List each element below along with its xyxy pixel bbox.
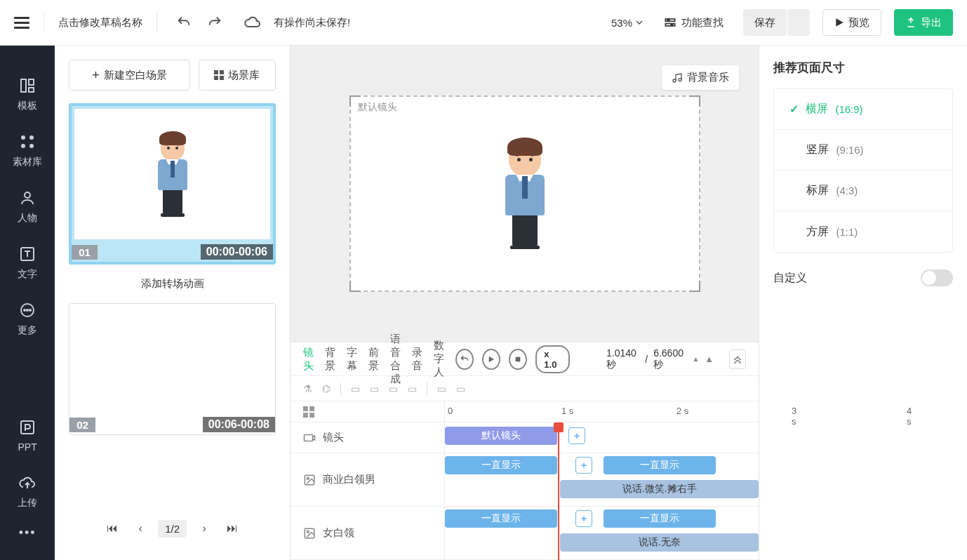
stop-icon[interactable] xyxy=(509,349,527,370)
panel-title: 推荐页面尺寸 xyxy=(773,60,953,76)
save-button[interactable]: 保存 xyxy=(743,9,787,36)
ratio-landscape[interactable]: ✓横屏(16:9) xyxy=(774,89,952,130)
export-button[interactable]: 导出 xyxy=(894,9,953,36)
undo-icon[interactable] xyxy=(171,10,196,35)
zoom-control[interactable]: 53% xyxy=(611,17,643,29)
timeline-tab-avatar[interactable]: 数字人 xyxy=(434,339,444,379)
scene-card-1[interactable]: 0100:00-00:06 xyxy=(69,103,276,265)
feature-search[interactable]: 功能查找 xyxy=(663,15,723,29)
corner-handle[interactable] xyxy=(349,281,361,292)
scenes-panel: +新建空白场景 场景库 0100:00-00:06 添加转场动画 0200:06… xyxy=(55,46,291,560)
svg-rect-21 xyxy=(220,76,224,80)
custom-label: 自定义 xyxy=(773,271,807,286)
new-blank-scene-button[interactable]: +新建空白场景 xyxy=(69,60,190,91)
play-icon[interactable] xyxy=(482,349,500,370)
playback-speed[interactable]: x 1.0 xyxy=(535,345,570,373)
tool-align-1-icon[interactable]: ▭ xyxy=(351,383,360,394)
time-ruler[interactable]: 0 1 s 2 s 3 s 4 s xyxy=(445,401,759,422)
svg-rect-4 xyxy=(21,79,26,92)
ratio-portrait[interactable]: 竖屏(9:16) xyxy=(774,130,952,171)
clip-default-shot[interactable]: 默认镜头 xyxy=(445,427,557,445)
pager-current: 1/2 xyxy=(158,520,187,538)
tool-align-2-icon[interactable]: ▭ xyxy=(370,383,379,394)
svg-point-23 xyxy=(679,78,681,81)
tool-align-3-icon[interactable]: ▭ xyxy=(389,383,398,394)
cloud-icon[interactable] xyxy=(240,10,265,35)
scene-library-button[interactable]: 场景库 xyxy=(199,60,276,91)
sidebar-ppt[interactable]: PPT xyxy=(0,408,55,464)
svg-rect-24 xyxy=(516,356,521,361)
svg-rect-28 xyxy=(309,413,314,418)
tool-align-4-icon[interactable]: ▭ xyxy=(408,383,417,394)
tool-group-icon[interactable]: ▭ xyxy=(437,383,446,394)
sidebar-template[interactable]: 模板 xyxy=(0,67,55,123)
pager-last-icon[interactable]: ⏭ xyxy=(222,518,243,539)
playhead[interactable] xyxy=(558,422,559,560)
check-icon: ✓ xyxy=(789,102,799,116)
clip-always-show[interactable]: 一直显示 xyxy=(445,456,557,474)
zoom-out-icon[interactable]: ▲ xyxy=(692,355,699,363)
add-clip-button[interactable]: + xyxy=(575,457,592,474)
unsaved-status: 有操作尚未保存! xyxy=(274,16,350,29)
character-on-canvas[interactable] xyxy=(497,141,553,246)
sidebar-library[interactable]: 素材库 xyxy=(0,123,55,179)
save-dropdown[interactable] xyxy=(787,9,810,36)
bgm-button[interactable]: 背景音乐 xyxy=(662,65,739,90)
sidebar-overflow[interactable]: ••• xyxy=(0,520,55,546)
timeline-tab-shot[interactable]: 镜头 xyxy=(303,346,314,373)
sidebar-text[interactable]: 文字 xyxy=(0,235,55,291)
pager-prev-icon[interactable]: ‹ xyxy=(130,518,151,539)
custom-toggle[interactable] xyxy=(921,269,953,286)
svg-point-16 xyxy=(29,309,31,311)
add-clip-button[interactable]: + xyxy=(575,510,592,527)
pager-next-icon[interactable]: › xyxy=(194,518,215,539)
clip-always-show[interactable]: 一直显示 xyxy=(603,456,716,474)
expand-icon[interactable] xyxy=(729,349,746,369)
tool-hierarchy-icon[interactable]: ⌬ xyxy=(322,383,331,394)
top-bar: 点击修改草稿名称 有操作尚未保存! 53% 功能查找 保存 预览 导出 xyxy=(0,0,967,46)
track-char1: 商业白领男 一直显示 + 一直显示 说话.微笑.摊右手 xyxy=(291,453,759,507)
tool-filter-icon[interactable]: ⚗ xyxy=(303,383,312,394)
ruler-head[interactable] xyxy=(291,401,445,422)
svg-rect-19 xyxy=(220,70,224,74)
right-panel: 推荐页面尺寸 ✓横屏(16:9) 竖屏(9:16) 标屏(4:3) 方屏(1:1… xyxy=(759,46,967,560)
scene-card-2[interactable]: 0200:06-00:08 xyxy=(69,303,276,435)
draft-title[interactable]: 点击修改草稿名称 xyxy=(58,16,142,29)
corner-handle[interactable] xyxy=(689,281,700,292)
pager-first-icon[interactable]: ⏮ xyxy=(102,518,123,539)
redo-icon[interactable] xyxy=(202,10,227,35)
ratio-square[interactable]: 方屏(1:1) xyxy=(774,211,952,252)
sidebar-character[interactable]: 人物 xyxy=(0,179,55,235)
svg-rect-5 xyxy=(29,79,34,85)
canvas-stage[interactable]: 默认镜头 xyxy=(349,95,700,292)
sidebar-upload[interactable]: 上传 xyxy=(0,464,55,520)
timeline-tab-fg[interactable]: 前景 xyxy=(368,346,379,373)
timeline-tab-record[interactable]: 录音 xyxy=(412,346,422,373)
zoom-in-icon[interactable]: ▲ xyxy=(705,354,714,364)
svg-point-31 xyxy=(307,477,309,479)
corner-handle[interactable] xyxy=(689,95,700,107)
clip-always-show[interactable]: 一直显示 xyxy=(603,509,716,528)
canvas-label: 默认镜头 xyxy=(358,101,397,114)
rewind-icon[interactable] xyxy=(455,349,474,370)
preview-button[interactable]: 预览 xyxy=(822,9,881,36)
timeline-time: 1.0140 秒/6.6600 秒▲▲ xyxy=(606,347,714,371)
clip-talk-helpless[interactable]: 说话.无奈 xyxy=(560,533,759,552)
clip-talk-smile[interactable]: 说话.微笑.摊右手 xyxy=(560,480,759,498)
svg-rect-18 xyxy=(214,70,218,74)
svg-rect-26 xyxy=(309,406,314,411)
svg-point-10 xyxy=(29,144,34,148)
svg-rect-27 xyxy=(303,413,308,418)
tool-ungroup-icon[interactable]: ▭ xyxy=(456,383,465,394)
svg-rect-29 xyxy=(304,434,312,441)
timeline-tab-subtitle[interactable]: 字幕 xyxy=(347,346,357,373)
sidebar-more[interactable]: 更多 xyxy=(0,291,55,347)
timeline-tab-bg[interactable]: 背景 xyxy=(325,346,335,373)
scene-number: 02 xyxy=(69,418,95,432)
scene-number: 01 xyxy=(72,245,98,260)
clip-always-show[interactable]: 一直显示 xyxy=(445,509,557,528)
add-clip-button[interactable]: + xyxy=(568,427,585,444)
add-transition[interactable]: 添加转场动画 xyxy=(69,277,276,291)
menu-icon[interactable] xyxy=(14,14,29,32)
ratio-standard[interactable]: 标屏(4:3) xyxy=(774,171,952,211)
